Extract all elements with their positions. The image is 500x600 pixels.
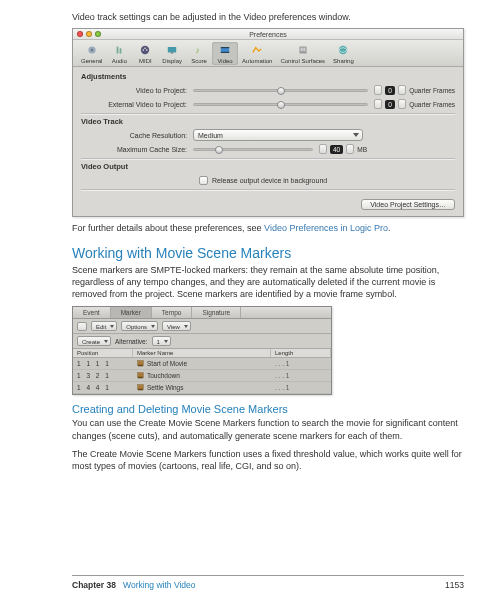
toolbar-control-surfaces[interactable]: Control Surfaces bbox=[276, 42, 329, 65]
external-video-to-project-slider[interactable] bbox=[193, 100, 368, 108]
video-to-project-slider[interactable] bbox=[193, 86, 368, 94]
svg-point-18 bbox=[339, 46, 347, 54]
toolbar-display[interactable]: Display bbox=[158, 42, 186, 65]
marker-length: . . . 1 bbox=[271, 384, 331, 391]
marker-tabs: EventMarkerTempoSignature bbox=[73, 307, 331, 319]
stepper[interactable] bbox=[374, 85, 382, 95]
stepper[interactable] bbox=[398, 99, 406, 109]
window-title: Preferences bbox=[249, 31, 287, 38]
toolbar-audio[interactable]: Audio bbox=[106, 42, 132, 65]
svg-point-7 bbox=[145, 47, 146, 48]
stepper[interactable] bbox=[374, 99, 382, 109]
window-titlebar: Preferences bbox=[73, 29, 463, 40]
general-icon bbox=[83, 43, 101, 57]
marker-table-header: Position Marker Name Length bbox=[73, 349, 331, 358]
zoom-icon[interactable] bbox=[95, 31, 101, 37]
max-cache-size-value[interactable]: 40 bbox=[330, 145, 343, 154]
sharing-icon bbox=[334, 43, 352, 57]
unit-label: Quarter Frames bbox=[409, 87, 455, 94]
svg-rect-12 bbox=[221, 47, 229, 48]
alternative-popup[interactable]: 1 bbox=[152, 336, 171, 346]
toolbar-label: Sharing bbox=[333, 58, 354, 64]
toolbar-general[interactable]: General bbox=[77, 42, 106, 65]
display-icon bbox=[163, 43, 181, 57]
movie-frame-icon bbox=[137, 372, 144, 379]
video-preferences-link[interactable]: Video Preferences in Logic Pro bbox=[264, 223, 388, 233]
marker-name-cell: Settle Wings bbox=[133, 384, 271, 391]
toolbar-label: Control Surfaces bbox=[280, 58, 325, 64]
svg-rect-17 bbox=[304, 48, 305, 52]
alternative-label: Alternative: bbox=[115, 338, 148, 345]
toolbar-automation[interactable]: Automation bbox=[238, 42, 276, 65]
close-icon[interactable] bbox=[77, 31, 83, 37]
window-controls[interactable] bbox=[77, 31, 101, 37]
view-menu[interactable]: View bbox=[162, 321, 191, 331]
svg-rect-21 bbox=[138, 373, 144, 377]
release-output-label: Release output device in background bbox=[212, 177, 327, 184]
toolbar-label: General bbox=[81, 58, 102, 64]
max-cache-size-slider[interactable] bbox=[193, 145, 313, 153]
link-icon[interactable] bbox=[77, 322, 87, 331]
score-icon: ♪ bbox=[190, 43, 208, 57]
tab-event[interactable]: Event bbox=[73, 307, 111, 318]
body-paragraph: The Create Movie Scene Markers function … bbox=[72, 448, 464, 472]
svg-rect-15 bbox=[300, 48, 301, 52]
unit-label: Quarter Frames bbox=[409, 101, 455, 108]
marker-toolbar: Edit Options View bbox=[73, 319, 331, 334]
marker-name-cell: Start of Movie bbox=[133, 360, 271, 367]
release-output-checkbox[interactable] bbox=[199, 176, 208, 185]
marker-position: 1 3 2 1 bbox=[73, 372, 133, 379]
marker-length: . . . 1 bbox=[271, 360, 331, 367]
marker-row[interactable]: 1 3 2 1Touchdown. . . 1 bbox=[73, 370, 331, 382]
minimize-icon[interactable] bbox=[86, 31, 92, 37]
marker-list-window: EventMarkerTempoSignature Edit Options V… bbox=[72, 306, 332, 395]
video-to-project-value[interactable]: 0 bbox=[385, 86, 395, 95]
svg-rect-19 bbox=[138, 361, 144, 365]
caption-text: For further details about these preferen… bbox=[72, 223, 464, 233]
video-project-settings-button[interactable]: Video Project Settings… bbox=[361, 199, 455, 210]
svg-rect-20 bbox=[138, 365, 144, 366]
col-length[interactable]: Length bbox=[271, 349, 331, 357]
chapter-title: Working with Video bbox=[123, 580, 195, 590]
toolbar-label: Audio bbox=[112, 58, 127, 64]
max-cache-size-label: Maximum Cache Size: bbox=[81, 146, 193, 153]
toolbar-label: MIDI bbox=[139, 58, 152, 64]
marker-toolbar-2: Create Alternative: 1 bbox=[73, 334, 331, 349]
col-marker-name[interactable]: Marker Name bbox=[133, 349, 271, 357]
toolbar-sharing[interactable]: Sharing bbox=[329, 42, 358, 65]
svg-rect-24 bbox=[138, 389, 144, 390]
chapter-label: Chapter 38 bbox=[72, 580, 116, 590]
col-position[interactable]: Position bbox=[73, 349, 133, 357]
svg-rect-23 bbox=[138, 385, 144, 389]
stepper[interactable] bbox=[346, 144, 354, 154]
stepper[interactable] bbox=[398, 85, 406, 95]
marker-row[interactable]: 1 4 4 1Settle Wings. . . 1 bbox=[73, 382, 331, 394]
marker-position: 1 4 4 1 bbox=[73, 384, 133, 391]
svg-rect-13 bbox=[221, 52, 229, 53]
svg-rect-8 bbox=[168, 47, 176, 52]
tab-marker[interactable]: Marker bbox=[111, 307, 152, 318]
svg-text:♪: ♪ bbox=[195, 45, 199, 55]
options-menu[interactable]: Options bbox=[121, 321, 158, 331]
marker-row[interactable]: 1 1 1 1Start of Movie. . . 1 bbox=[73, 358, 331, 370]
toolbar-score[interactable]: ♪Score bbox=[186, 42, 212, 65]
stepper[interactable] bbox=[319, 144, 327, 154]
edit-menu[interactable]: Edit bbox=[91, 321, 117, 331]
create-button[interactable]: Create bbox=[77, 336, 111, 346]
body-paragraph: You can use the Create Movie Scene Marke… bbox=[72, 417, 464, 441]
page-footer: Chapter 38 Working with Video 1153 bbox=[72, 575, 464, 590]
video-track-section-title: Video Track bbox=[81, 117, 455, 126]
external-video-to-project-value[interactable]: 0 bbox=[385, 100, 395, 109]
body-paragraph: Scene markers are SMPTE-locked markers: … bbox=[72, 264, 464, 300]
toolbar-midi[interactable]: MIDI bbox=[132, 42, 158, 65]
svg-rect-16 bbox=[302, 48, 303, 52]
tab-signature[interactable]: Signature bbox=[192, 307, 241, 318]
toolbar-video[interactable]: Video bbox=[212, 42, 238, 65]
svg-point-6 bbox=[146, 49, 147, 50]
svg-rect-9 bbox=[171, 52, 173, 53]
cache-resolution-popup[interactable]: Medium bbox=[193, 129, 363, 141]
audio-icon bbox=[110, 43, 128, 57]
svg-rect-22 bbox=[138, 377, 144, 378]
toolbar-label: Score bbox=[191, 58, 207, 64]
tab-tempo[interactable]: Tempo bbox=[152, 307, 193, 318]
